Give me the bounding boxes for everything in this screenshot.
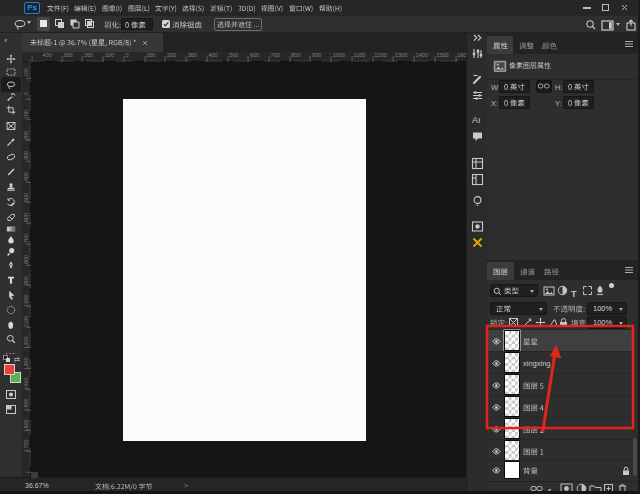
svg-text:Aı: Aı <box>472 115 481 125</box>
